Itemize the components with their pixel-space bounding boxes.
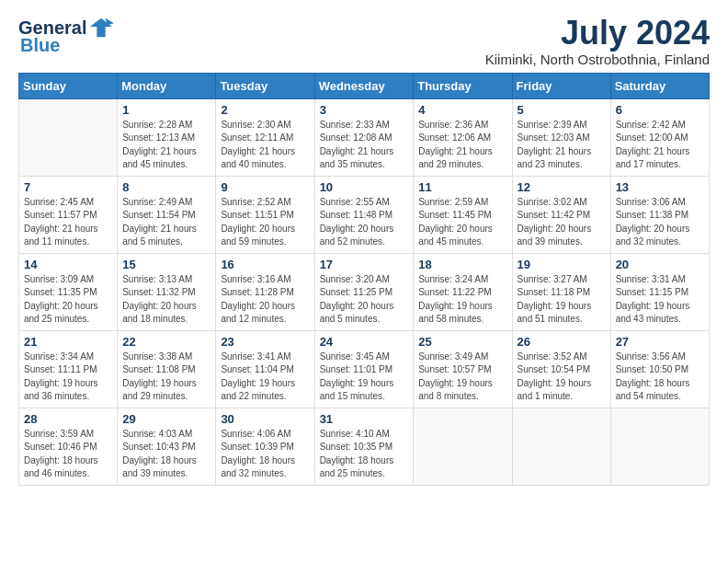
calendar-cell: 17Sunrise: 3:20 AM Sunset: 11:25 PM Dayl…: [314, 253, 414, 330]
calendar-cell: 19Sunrise: 3:27 AM Sunset: 11:18 PM Dayl…: [512, 253, 610, 330]
calendar-cell: 11Sunrise: 2:59 AM Sunset: 11:45 PM Dayl…: [414, 176, 512, 253]
day-info: Sunrise: 4:06 AM Sunset: 10:39 PM Daylig…: [221, 428, 309, 481]
weekday-header-thursday: Thursday: [414, 73, 512, 98]
weekday-header-sunday: Sunday: [19, 73, 118, 98]
calendar-cell: 3Sunrise: 2:33 AM Sunset: 12:08 AM Dayli…: [314, 98, 414, 176]
day-number: 20: [616, 258, 704, 271]
calendar-cell: 13Sunrise: 3:06 AM Sunset: 11:38 PM Dayl…: [610, 176, 709, 253]
calendar-week-row: 14Sunrise: 3:09 AM Sunset: 11:35 PM Dayl…: [19, 253, 710, 330]
day-number: 4: [418, 103, 506, 117]
calendar-cell: 9Sunrise: 2:52 AM Sunset: 11:51 PM Dayli…: [216, 176, 314, 253]
day-info: Sunrise: 3:45 AM Sunset: 11:01 PM Daylig…: [320, 350, 409, 404]
day-number: 27: [616, 335, 704, 349]
calendar-cell: 29Sunrise: 4:03 AM Sunset: 10:43 PM Dayl…: [118, 408, 216, 485]
calendar-table: SundayMondayTuesdayWednesdayThursdayFrid…: [18, 73, 710, 486]
logo-blue: Blue: [20, 35, 60, 56]
weekday-header-friday: Friday: [512, 73, 610, 98]
calendar-cell: 4Sunrise: 2:36 AM Sunset: 12:06 AM Dayli…: [414, 98, 512, 176]
day-number: 24: [320, 335, 409, 349]
day-number: 8: [122, 180, 210, 194]
day-info: Sunrise: 2:59 AM Sunset: 11:45 PM Daylig…: [418, 196, 506, 249]
day-number: 10: [320, 180, 409, 194]
calendar-cell: 12Sunrise: 3:02 AM Sunset: 11:42 PM Dayl…: [512, 176, 610, 253]
day-number: 31: [320, 412, 409, 426]
day-number: 2: [221, 103, 309, 117]
calendar-cell: 26Sunrise: 3:52 AM Sunset: 10:54 PM Dayl…: [512, 330, 610, 408]
day-info: Sunrise: 4:03 AM Sunset: 10:43 PM Daylig…: [122, 428, 210, 481]
day-number: 28: [24, 412, 112, 426]
day-info: Sunrise: 2:33 AM Sunset: 12:08 AM Daylig…: [320, 119, 409, 172]
day-info: Sunrise: 3:20 AM Sunset: 11:25 PM Daylig…: [320, 273, 409, 327]
day-info: Sunrise: 3:38 AM Sunset: 11:08 PM Daylig…: [122, 350, 210, 404]
day-info: Sunrise: 3:02 AM Sunset: 11:42 PM Daylig…: [518, 196, 606, 249]
calendar-cell: 8Sunrise: 2:49 AM Sunset: 11:54 PM Dayli…: [118, 176, 216, 253]
day-number: 17: [320, 258, 409, 271]
day-number: 7: [24, 180, 112, 194]
day-number: 13: [616, 180, 704, 194]
day-info: Sunrise: 2:39 AM Sunset: 12:03 AM Daylig…: [518, 119, 606, 172]
day-info: Sunrise: 2:49 AM Sunset: 11:54 PM Daylig…: [122, 196, 210, 249]
day-info: Sunrise: 2:55 AM Sunset: 11:48 PM Daylig…: [320, 196, 409, 249]
day-info: Sunrise: 3:41 AM Sunset: 11:04 PM Daylig…: [221, 350, 309, 404]
calendar-cell: 6Sunrise: 2:42 AM Sunset: 12:00 AM Dayli…: [610, 98, 709, 176]
calendar-week-row: 7Sunrise: 2:45 AM Sunset: 11:57 PM Dayli…: [19, 176, 710, 253]
calendar-cell: 16Sunrise: 3:16 AM Sunset: 11:28 PM Dayl…: [216, 253, 314, 330]
day-info: Sunrise: 3:59 AM Sunset: 10:46 PM Daylig…: [24, 428, 112, 481]
day-number: 12: [518, 180, 606, 194]
month-title: July 2024: [485, 15, 710, 52]
title-area: July 2024 Kiiminki, North Ostrobothnia, …: [485, 15, 710, 67]
calendar-cell: [610, 408, 709, 485]
day-number: 15: [122, 258, 210, 271]
weekday-header-saturday: Saturday: [610, 73, 709, 98]
day-number: 18: [418, 258, 506, 271]
day-info: Sunrise: 3:56 AM Sunset: 10:50 PM Daylig…: [616, 350, 704, 404]
location-subtitle: Kiiminki, North Ostrobothnia, Finland: [485, 52, 710, 67]
day-number: 16: [221, 258, 309, 271]
calendar-cell: 30Sunrise: 4:06 AM Sunset: 10:39 PM Dayl…: [216, 408, 314, 485]
day-info: Sunrise: 3:24 AM Sunset: 11:22 PM Daylig…: [418, 273, 506, 327]
day-number: 21: [24, 335, 112, 349]
day-number: 11: [418, 180, 506, 194]
calendar-cell: [19, 98, 118, 176]
day-number: 23: [221, 335, 309, 349]
day-number: 19: [518, 258, 606, 271]
day-number: 3: [320, 103, 409, 117]
logo: General Blue: [18, 15, 114, 56]
calendar-week-row: 28Sunrise: 3:59 AM Sunset: 10:46 PM Dayl…: [19, 408, 710, 485]
day-info: Sunrise: 2:30 AM Sunset: 12:11 AM Daylig…: [221, 119, 309, 172]
day-info: Sunrise: 3:16 AM Sunset: 11:28 PM Daylig…: [221, 273, 309, 327]
day-info: Sunrise: 2:42 AM Sunset: 12:00 AM Daylig…: [616, 119, 704, 172]
day-info: Sunrise: 2:45 AM Sunset: 11:57 PM Daylig…: [24, 196, 112, 249]
day-info: Sunrise: 3:06 AM Sunset: 11:38 PM Daylig…: [616, 196, 704, 249]
calendar-cell: 22Sunrise: 3:38 AM Sunset: 11:08 PM Dayl…: [118, 330, 216, 408]
calendar-cell: 18Sunrise: 3:24 AM Sunset: 11:22 PM Dayl…: [414, 253, 512, 330]
calendar-cell: 5Sunrise: 2:39 AM Sunset: 12:03 AM Dayli…: [512, 98, 610, 176]
day-info: Sunrise: 3:52 AM Sunset: 10:54 PM Daylig…: [518, 350, 606, 404]
logo-bird-icon: [88, 15, 114, 40]
day-info: Sunrise: 3:13 AM Sunset: 11:32 PM Daylig…: [122, 273, 210, 327]
day-info: Sunrise: 2:52 AM Sunset: 11:51 PM Daylig…: [221, 196, 309, 249]
day-info: Sunrise: 4:10 AM Sunset: 10:35 PM Daylig…: [320, 428, 409, 481]
calendar-cell: 14Sunrise: 3:09 AM Sunset: 11:35 PM Dayl…: [19, 253, 118, 330]
day-number: 22: [122, 335, 210, 349]
day-number: 29: [122, 412, 210, 426]
day-number: 1: [122, 103, 210, 117]
page-header: General Blue July 2024 Kiiminki, North O…: [18, 15, 710, 67]
day-info: Sunrise: 3:34 AM Sunset: 11:11 PM Daylig…: [24, 350, 112, 404]
day-number: 5: [518, 103, 606, 117]
calendar-cell: 21Sunrise: 3:34 AM Sunset: 11:11 PM Dayl…: [19, 330, 118, 408]
calendar-cell: 15Sunrise: 3:13 AM Sunset: 11:32 PM Dayl…: [118, 253, 216, 330]
day-number: 26: [518, 335, 606, 349]
calendar-week-row: 21Sunrise: 3:34 AM Sunset: 11:11 PM Dayl…: [19, 330, 710, 408]
calendar-cell: 10Sunrise: 2:55 AM Sunset: 11:48 PM Dayl…: [314, 176, 414, 253]
calendar-cell: [414, 408, 512, 485]
day-info: Sunrise: 2:28 AM Sunset: 12:13 AM Daylig…: [122, 119, 210, 172]
day-info: Sunrise: 3:09 AM Sunset: 11:35 PM Daylig…: [24, 273, 112, 327]
calendar-week-row: 1Sunrise: 2:28 AM Sunset: 12:13 AM Dayli…: [19, 98, 710, 176]
calendar-cell: 23Sunrise: 3:41 AM Sunset: 11:04 PM Dayl…: [216, 330, 314, 408]
weekday-header-tuesday: Tuesday: [216, 73, 314, 98]
calendar-cell: 31Sunrise: 4:10 AM Sunset: 10:35 PM Dayl…: [314, 408, 414, 485]
calendar-cell: 7Sunrise: 2:45 AM Sunset: 11:57 PM Dayli…: [19, 176, 118, 253]
weekday-header-row: SundayMondayTuesdayWednesdayThursdayFrid…: [19, 73, 710, 98]
calendar-cell: 2Sunrise: 2:30 AM Sunset: 12:11 AM Dayli…: [216, 98, 314, 176]
